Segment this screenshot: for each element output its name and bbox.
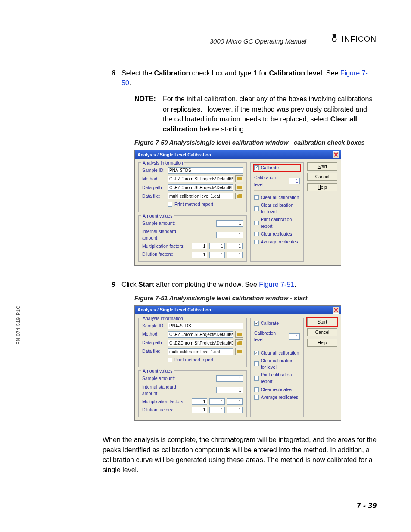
- clear-replicates-checkbox[interactable]: [254, 232, 259, 236]
- step-number: 9: [108, 280, 115, 431]
- dialog-titlebar[interactable]: Analysis / Single Level Calibration: [135, 306, 341, 314]
- sample-id-field[interactable]: PNA-STDS: [168, 323, 243, 329]
- data-file-field[interactable]: multi calibration level 1.dat: [168, 193, 233, 199]
- group-amount-values: Amount values Sample amount:1 Internal s…: [138, 215, 247, 262]
- figure-7-51: Analysis / Single Level Calibration Anal…: [134, 305, 377, 421]
- close-icon[interactable]: [333, 307, 339, 314]
- mult-2-field[interactable]: 1: [209, 243, 225, 249]
- page-header: 3000 Micro GC Operating Manual INFICON: [34, 34, 377, 47]
- calibrate-checkbox[interactable]: [254, 165, 259, 170]
- page: 3000 Micro GC Operating Manual INFICON 8…: [0, 0, 411, 532]
- figure-7-51-caption: Figure 7-51 Analysis/single level calibr…: [134, 294, 377, 303]
- data-path-field[interactable]: C:\EZChrom SI\Projects\Default\Data: [168, 340, 233, 346]
- dialog-title: Analysis / Single Level Calibration: [137, 152, 211, 158]
- brand-logo: INFICON: [330, 34, 377, 45]
- cancel-button[interactable]: Cancel: [307, 328, 337, 336]
- note-label: NOTE:: [134, 94, 159, 134]
- print-method-report-checkbox[interactable]: [168, 358, 172, 362]
- help-button[interactable]: Help: [307, 183, 337, 191]
- sample-amount-field[interactable]: 1: [216, 375, 243, 382]
- mult-2-field[interactable]: 1: [209, 398, 225, 405]
- manual-title: 3000 Micro GC Operating Manual: [210, 37, 306, 45]
- closing-paragraph: When the analysis is complete, the chrom…: [103, 435, 380, 475]
- print-calibration-report-checkbox[interactable]: [254, 376, 259, 381]
- mult-3-field[interactable]: 1: [227, 398, 243, 405]
- dil-3-field[interactable]: 1: [227, 252, 243, 258]
- step-body: Select the Calibration check box and typ…: [121, 68, 377, 275]
- folder-icon[interactable]: [235, 184, 243, 191]
- group-calibrate: Calibrate Calibration level:1 Clear all …: [250, 318, 304, 417]
- svg-point-0: [332, 37, 336, 41]
- dil-1-field[interactable]: 1: [192, 252, 207, 258]
- clear-replicates-checkbox[interactable]: [254, 387, 259, 392]
- page-content: 8 Select the Calibration check box and t…: [108, 68, 377, 475]
- clear-calibration-level-checkbox[interactable]: [254, 361, 259, 366]
- clear-all-calibration-checkbox[interactable]: [254, 351, 259, 355]
- print-calibration-report-checkbox[interactable]: [254, 221, 259, 225]
- dil-2-field[interactable]: 1: [209, 252, 225, 258]
- dialog-single-level-calibration-b: Analysis / Single Level Calibration Anal…: [134, 305, 341, 421]
- group-amount-values: Amount values Sample amount:1 Internal s…: [138, 370, 247, 417]
- sample-id-field[interactable]: PNA-STDS: [168, 167, 243, 174]
- note: NOTE: For the initial calibration, clear…: [134, 94, 377, 134]
- help-button[interactable]: Help: [307, 339, 337, 347]
- dialog-single-level-calibration-a: Analysis / Single Level Calibration Anal…: [134, 150, 341, 266]
- sample-amount-field[interactable]: 1: [216, 220, 243, 227]
- step-body: Click Start after completing the window.…: [121, 280, 377, 431]
- figure-7-50: Analysis / Single Level Calibration Anal…: [134, 150, 377, 266]
- dil-1-field[interactable]: 1: [192, 407, 207, 413]
- link-figure-7-51[interactable]: Figure 7-51: [259, 281, 294, 288]
- note-text: For the initial calibration, clear any o…: [163, 94, 377, 134]
- average-replicates-checkbox[interactable]: [254, 240, 259, 244]
- close-icon[interactable]: [333, 151, 339, 158]
- dialog-title: Analysis / Single Level Calibration: [137, 307, 211, 313]
- clear-all-calibration-checkbox[interactable]: [254, 195, 259, 200]
- step-9: 9 Click Start after completing the windo…: [108, 280, 377, 431]
- cancel-button[interactable]: Cancel: [307, 173, 337, 181]
- brand-text: INFICON: [342, 35, 377, 44]
- step-8: 8 Select the Calibration check box and t…: [108, 68, 377, 275]
- step-number: 8: [108, 68, 115, 275]
- group-analysis-information: Analysis information Sample ID:PNA-STDS …: [138, 162, 247, 212]
- clear-calibration-level-checkbox[interactable]: [254, 206, 259, 211]
- calibration-level-field[interactable]: 1: [289, 178, 300, 184]
- print-method-report-checkbox[interactable]: [168, 202, 172, 207]
- method-field[interactable]: C:\EZChrom SI\Projects\Default\Method\ma…: [168, 176, 233, 182]
- group-analysis-information: Analysis information Sample ID:PNA-STDS …: [138, 318, 247, 367]
- start-button[interactable]: Start: [307, 162, 337, 171]
- calibration-level-field[interactable]: 1: [289, 333, 300, 340]
- mult-3-field[interactable]: 1: [227, 243, 243, 249]
- group-calibrate: Calibrate Calibration level:1 Clear all …: [250, 162, 304, 262]
- start-button[interactable]: Start: [307, 318, 337, 326]
- page-number: 7 - 39: [357, 501, 377, 510]
- mult-1-field[interactable]: 1: [192, 398, 207, 405]
- folder-icon[interactable]: [235, 193, 243, 199]
- average-replicates-checkbox[interactable]: [254, 395, 259, 400]
- internal-std-amount-field[interactable]: 1: [216, 232, 243, 238]
- mult-1-field[interactable]: 1: [192, 243, 207, 249]
- dil-3-field[interactable]: 1: [227, 407, 243, 413]
- dil-2-field[interactable]: 1: [209, 407, 225, 413]
- calibrate-checkbox[interactable]: [254, 321, 259, 326]
- folder-icon[interactable]: [235, 331, 243, 338]
- figure-7-50-caption: Figure 7-50 Analysis/single level calibr…: [134, 138, 377, 147]
- inficon-icon: [330, 34, 339, 45]
- method-field[interactable]: C:\EZChrom SI\Projects\Default\Method\ma…: [168, 331, 233, 338]
- part-number: PN 074-519-P1C: [16, 305, 21, 345]
- data-path-field[interactable]: C:\EZChrom SI\Projects\Default\Data: [168, 184, 233, 191]
- internal-std-amount-field[interactable]: 1: [216, 387, 243, 393]
- folder-icon[interactable]: [235, 339, 243, 346]
- dialog-titlebar[interactable]: Analysis / Single Level Calibration: [135, 150, 341, 159]
- folder-icon[interactable]: [235, 175, 243, 182]
- header-rule: [34, 53, 377, 53]
- data-file-field[interactable]: multi calibration level 1.dat: [168, 348, 233, 355]
- folder-icon[interactable]: [235, 348, 243, 355]
